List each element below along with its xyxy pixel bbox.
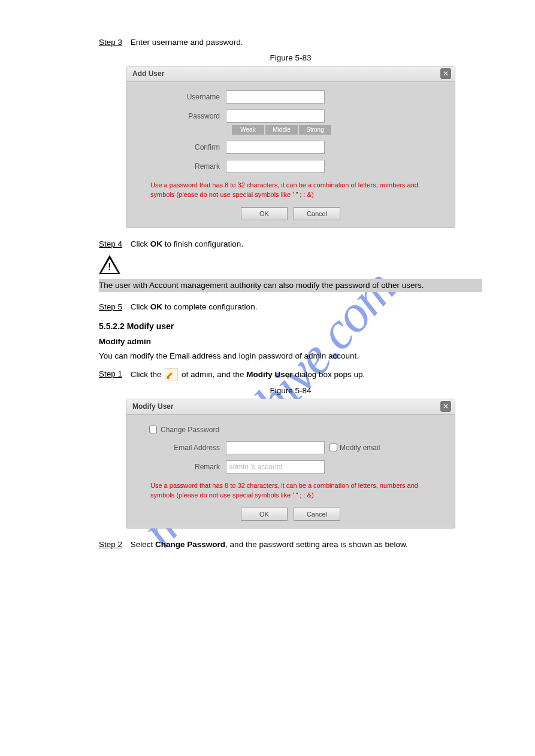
cancel-button[interactable]: Cancel bbox=[294, 207, 340, 220]
row-email: Email Address Modify email bbox=[137, 441, 444, 454]
close-icon[interactable]: ✕ bbox=[440, 68, 451, 79]
label-username: Username bbox=[137, 93, 226, 101]
email-input[interactable] bbox=[226, 441, 325, 454]
step-5-after: to complete configuration. bbox=[162, 302, 257, 311]
password-strength: Weak Middle Strong bbox=[232, 125, 444, 135]
cancel-button[interactable]: Cancel bbox=[294, 508, 340, 521]
step-4: Step 4 Click OK to finish configuration. bbox=[99, 239, 482, 250]
step-5-num: Step 5 bbox=[99, 302, 128, 311]
dialog-buttons: OK Cancel bbox=[137, 207, 444, 220]
row-remark-modify: Remark bbox=[137, 460, 444, 473]
warning-text: The user with Account management authori… bbox=[99, 281, 424, 290]
warning-icon: ! bbox=[99, 255, 120, 277]
modify-step-1-after: of admin, and the bbox=[182, 369, 246, 378]
modify-user-dialog: Modify User ✕ Change Password Email Addr… bbox=[126, 399, 455, 529]
section-intro: You can modify the Email address and log… bbox=[99, 351, 482, 362]
dialog-header: Add User ✕ bbox=[126, 66, 455, 82]
page-content: Step 3 Enter username and password. Figu… bbox=[99, 37, 482, 554]
ok-button[interactable]: OK bbox=[241, 207, 288, 220]
label-remark-modify: Remark bbox=[137, 463, 226, 471]
label-confirm: Confirm bbox=[137, 143, 226, 151]
modify-step-1-bold: Modify User bbox=[246, 369, 292, 378]
change-password-checkbox[interactable] bbox=[149, 426, 157, 433]
step-5: Step 5 Click OK to complete configuratio… bbox=[99, 302, 482, 313]
row-remark: Remark bbox=[137, 160, 444, 173]
step-5-before: Click bbox=[131, 302, 150, 311]
modify-email-checkbox[interactable] bbox=[330, 444, 337, 451]
label-remark: Remark bbox=[137, 162, 226, 171]
step-5-bold: OK bbox=[150, 302, 162, 311]
modify-email-wrap: Modify email bbox=[330, 444, 380, 452]
dialog-body: Username Password Weak Middle Strong Con… bbox=[126, 82, 455, 227]
step-4-before: Click bbox=[131, 239, 150, 248]
edit-icon bbox=[165, 368, 178, 381]
modify-step-1: Step 1 Click the of admin, and the Modif… bbox=[99, 368, 482, 381]
label-email: Email Address bbox=[137, 444, 226, 452]
warning-block: The user with Account management authori… bbox=[99, 279, 482, 292]
modify-step-1-before: Click the bbox=[131, 369, 164, 378]
modify-password-hint: Use a password that has 8 to 32 characte… bbox=[150, 481, 444, 500]
strength-strong: Strong bbox=[299, 125, 331, 135]
row-username: Username bbox=[137, 90, 444, 104]
row-password: Password bbox=[137, 110, 444, 123]
modify-step-1-end: dialog box pops up. bbox=[292, 369, 365, 378]
modify-dialog-header: Modify User ✕ bbox=[126, 399, 455, 415]
modify-step-2-num: Step 2 bbox=[99, 540, 128, 549]
strength-middle: Middle bbox=[265, 125, 298, 135]
modify-dialog-buttons: OK Cancel bbox=[137, 508, 444, 521]
password-hint: Use a password that has 8 to 32 characte… bbox=[150, 180, 444, 200]
figure-1-caption: Figure 5-83 bbox=[99, 53, 482, 62]
sub-section-title: Modify admin bbox=[99, 337, 482, 346]
modify-step-2: Step 2 Select Change Password, and the p… bbox=[99, 539, 482, 551]
modify-email-label: Modify email bbox=[340, 444, 380, 452]
step-4-after: to finish configuration. bbox=[162, 239, 243, 248]
section-title: 5.5.2.2 Modify user bbox=[99, 321, 482, 331]
step-3-text: Enter username and password. bbox=[131, 38, 243, 47]
label-password: Password bbox=[137, 112, 226, 120]
password-input[interactable] bbox=[226, 110, 325, 123]
modify-step-2-after: , and the password setting area is shown… bbox=[225, 540, 408, 549]
modify-dialog-body: Change Password Email Address Modify ema… bbox=[126, 415, 455, 528]
modify-step-1-num: Step 1 bbox=[99, 369, 128, 378]
username-input[interactable] bbox=[226, 90, 325, 104]
strength-weak: Weak bbox=[232, 125, 264, 135]
ok-button[interactable]: OK bbox=[241, 508, 288, 521]
dialog-title: Add User bbox=[132, 69, 440, 78]
figure-2-caption: Figure 5-84 bbox=[99, 386, 482, 395]
row-confirm: Confirm bbox=[137, 141, 444, 154]
modify-dialog-title: Modify User bbox=[132, 402, 440, 411]
remark-input-modify[interactable] bbox=[226, 460, 325, 473]
modify-step-2-before: Select bbox=[131, 540, 155, 549]
step-3-num: Step 3 bbox=[99, 38, 128, 47]
remark-input[interactable] bbox=[226, 160, 325, 173]
add-user-dialog: Add User ✕ Username Password Weak Middle… bbox=[126, 66, 455, 228]
step-3: Step 3 Enter username and password. bbox=[99, 37, 482, 48]
step-4-bold: OK bbox=[150, 239, 162, 248]
close-icon[interactable]: ✕ bbox=[440, 401, 451, 412]
confirm-input[interactable] bbox=[226, 141, 325, 154]
modify-step-2-bold: Change Password bbox=[155, 540, 225, 549]
step-4-num: Step 4 bbox=[99, 239, 128, 248]
change-password-row: Change Password bbox=[149, 426, 444, 434]
change-password-label: Change Password bbox=[161, 426, 219, 434]
